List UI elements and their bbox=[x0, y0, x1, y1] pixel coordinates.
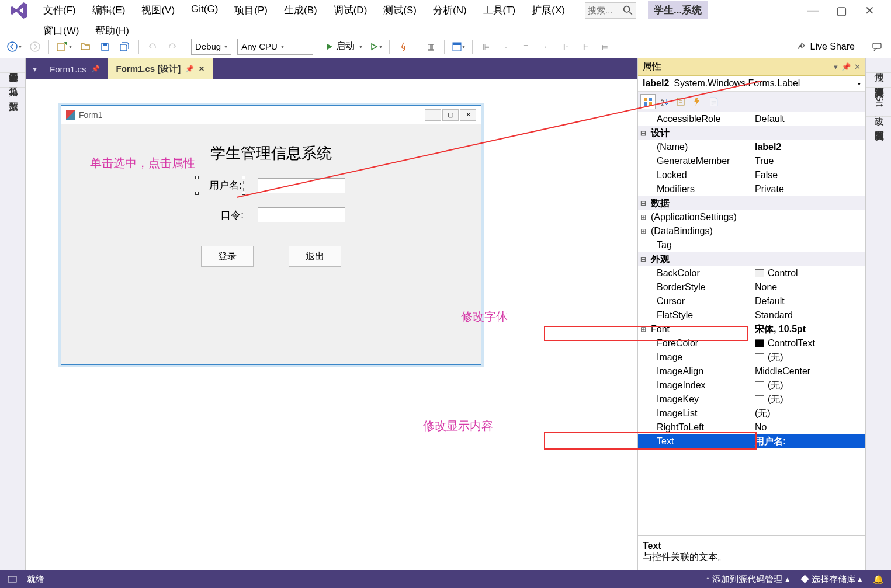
open-button[interactable] bbox=[77, 38, 94, 55]
live-share-button[interactable]: Live Share bbox=[796, 41, 861, 52]
designer-canvas[interactable]: Form1 — ▢ ✕ 学生管理信息系统 用户名: bbox=[26, 79, 637, 570]
label-username[interactable]: 用户名: bbox=[197, 178, 244, 193]
menu-文件(F)[interactable]: 文件(F) bbox=[35, 0, 84, 20]
tab-Form1.cs [设计][interactable]: Form1.cs [设计]📌✕ bbox=[108, 58, 213, 79]
nav-back-button[interactable]: ▾ bbox=[5, 38, 24, 55]
menu-生成(B)[interactable]: 生成(B) bbox=[276, 0, 325, 20]
toolbar-btn-1[interactable]: ▦ bbox=[422, 38, 439, 55]
rail-Git 更改[interactable]: Git 更改 bbox=[866, 88, 891, 117]
maximize-icon[interactable]: ▢ bbox=[836, 4, 847, 18]
prop-row-ForeColor[interactable]: ForeColorControlText bbox=[638, 336, 865, 350]
menu-工具(T)[interactable]: 工具(T) bbox=[475, 0, 524, 20]
pin-icon[interactable]: 📌 bbox=[91, 65, 100, 73]
rail-属性[interactable]: 属性 bbox=[866, 58, 891, 73]
platform-combo[interactable]: Any CPU▾ bbox=[237, 39, 313, 55]
exit-button[interactable]: 退出 bbox=[289, 246, 341, 267]
label-password[interactable]: 口令: bbox=[197, 208, 244, 222]
search-box[interactable] bbox=[585, 2, 636, 19]
prop-row-数据[interactable]: ⊟数据 bbox=[638, 196, 865, 210]
align-button-4[interactable]: ⫠ bbox=[537, 38, 554, 55]
close-tab-icon[interactable]: ✕ bbox=[199, 65, 204, 73]
prop-row-外观[interactable]: ⊟外观 bbox=[638, 252, 865, 266]
status-source-control[interactable]: ↑ 添加到源代码管理 ▴ bbox=[706, 574, 790, 585]
align-button-7[interactable]: ⫢ bbox=[597, 38, 614, 55]
prop-row-(DataBindings)[interactable]: ⊞(DataBindings) bbox=[638, 224, 865, 238]
form1-window[interactable]: Form1 — ▢ ✕ 学生管理信息系统 用户名: bbox=[61, 105, 481, 365]
panel-close-icon[interactable]: ✕ bbox=[854, 62, 861, 71]
textbox-password[interactable] bbox=[258, 207, 345, 222]
alphabetical-icon[interactable]: AZ bbox=[657, 94, 672, 109]
prop-row-RightToLeft[interactable]: RightToLeftNo bbox=[638, 420, 865, 434]
rail-工具箱[interactable]: 工具箱 bbox=[0, 73, 25, 88]
prop-row-GenerateMember[interactable]: GenerateMemberTrue bbox=[638, 154, 865, 168]
redo-button[interactable] bbox=[164, 38, 181, 55]
nav-forward-button[interactable] bbox=[26, 38, 44, 55]
menu-项目(P)[interactable]: 项目(P) bbox=[226, 0, 276, 20]
tab-dropdown-icon[interactable]: ▾ bbox=[28, 58, 41, 79]
status-repo[interactable]: ◆ 选择存储库 ▴ bbox=[800, 574, 862, 585]
prop-row-Tag[interactable]: Tag bbox=[638, 238, 865, 252]
undo-button[interactable] bbox=[144, 38, 161, 55]
rail-团队资源管理器[interactable]: 团队资源管理器 bbox=[866, 117, 891, 131]
output-icon[interactable] bbox=[7, 574, 18, 584]
close-icon[interactable]: ✕ bbox=[865, 4, 875, 18]
config-combo[interactable]: Debug▾ bbox=[191, 39, 231, 55]
prop-row-Cursor[interactable]: CursorDefault bbox=[638, 294, 865, 308]
prop-row-Font[interactable]: ⊞Font宋体, 10.5pt bbox=[638, 322, 865, 336]
align-button-6[interactable]: ⊩ bbox=[577, 38, 594, 55]
start-without-debug-button[interactable]: ▾ bbox=[367, 38, 384, 55]
prop-row-Image[interactable]: Image(无) bbox=[638, 350, 865, 364]
rail-解决方案资源管理器[interactable]: 解决方案资源管理器 bbox=[866, 73, 891, 88]
prop-row-ImageKey[interactable]: ImageKey(无) bbox=[638, 392, 865, 406]
menu-扩展(X)[interactable]: 扩展(X) bbox=[523, 0, 573, 20]
prop-row-FlatStyle[interactable]: FlatStyleStandard bbox=[638, 308, 865, 322]
prop-row-设计[interactable]: ⊟设计 bbox=[638, 126, 865, 140]
panel-dropdown-icon[interactable]: ▾ bbox=[834, 62, 838, 71]
start-debug-button[interactable]: 启动▾ bbox=[323, 38, 365, 55]
prop-row-AccessibleRole[interactable]: AccessibleRoleDefault bbox=[638, 112, 865, 126]
align-button-5[interactable]: ⊪ bbox=[557, 38, 574, 55]
prop-row-Locked[interactable]: LockedFalse bbox=[638, 168, 865, 182]
search-icon[interactable] bbox=[623, 5, 633, 16]
prop-row-(ApplicationSettings)[interactable]: ⊞(ApplicationSettings) bbox=[638, 210, 865, 224]
notifications-icon[interactable]: 🔔 bbox=[873, 574, 884, 584]
form-heading-label[interactable]: 学生管理信息系统 bbox=[73, 143, 469, 163]
prop-row-ImageList[interactable]: ImageList(无) bbox=[638, 406, 865, 420]
menu-视图(V)[interactable]: 视图(V) bbox=[133, 0, 183, 20]
toolbar-btn-2[interactable]: ▾ bbox=[449, 38, 467, 55]
align-lefts-button[interactable]: ⊫ bbox=[477, 38, 495, 55]
align-button-2[interactable]: ⫞ bbox=[497, 38, 515, 55]
property-pages-icon[interactable]: 📄 bbox=[706, 94, 721, 109]
menu-分析(N)[interactable]: 分析(N) bbox=[425, 0, 475, 20]
new-project-button[interactable]: ▾ bbox=[54, 38, 74, 55]
panel-pin-icon[interactable]: 📌 bbox=[841, 62, 851, 71]
textbox-username[interactable] bbox=[258, 178, 345, 193]
prop-row-Text[interactable]: Text用户名: bbox=[638, 434, 865, 448]
prop-row-ImageIndex[interactable]: ImageIndex(无) bbox=[638, 378, 865, 392]
properties-object-selector[interactable]: label2System.Windows.Forms.Label ▾ bbox=[638, 76, 865, 92]
menu-调试(D)[interactable]: 调试(D) bbox=[325, 0, 376, 20]
minimize-icon[interactable]: — bbox=[807, 4, 819, 18]
hot-reload-button[interactable] bbox=[394, 38, 412, 55]
feedback-button[interactable] bbox=[869, 38, 886, 55]
login-button[interactable]: 登录 bbox=[201, 246, 254, 267]
rail-服务器资源管理器[interactable]: 服务器资源管理器 bbox=[0, 58, 25, 73]
properties-grid[interactable]: AccessibleRoleDefault⊟设计(Name)label2Gene… bbox=[638, 112, 865, 535]
prop-row-BorderStyle[interactable]: BorderStyleNone bbox=[638, 280, 865, 294]
save-all-button[interactable] bbox=[116, 38, 134, 55]
align-button-3[interactable]: ≡ bbox=[517, 38, 535, 55]
properties-icon[interactable] bbox=[673, 94, 688, 109]
prop-row-ImageAlign[interactable]: ImageAlignMiddleCenter bbox=[638, 364, 865, 378]
menu-测试(S)[interactable]: 测试(S) bbox=[375, 0, 425, 20]
prop-row-Modifiers[interactable]: ModifiersPrivate bbox=[638, 182, 865, 196]
tab-Form1.cs[interactable]: Form1.cs📌 bbox=[41, 58, 108, 79]
menu-Git(G)[interactable]: Git(G) bbox=[183, 0, 226, 20]
prop-row-BackColor[interactable]: BackColorControl bbox=[638, 266, 865, 280]
menu-编辑(E)[interactable]: 编辑(E) bbox=[84, 0, 134, 20]
save-button[interactable] bbox=[96, 38, 114, 55]
categorized-icon[interactable] bbox=[640, 94, 656, 109]
search-input[interactable] bbox=[588, 5, 623, 15]
prop-row-(Name)[interactable]: (Name)label2 bbox=[638, 140, 865, 154]
pin-icon[interactable]: 📌 bbox=[185, 65, 194, 73]
rail-数据源[interactable]: 数据源 bbox=[0, 88, 25, 102]
